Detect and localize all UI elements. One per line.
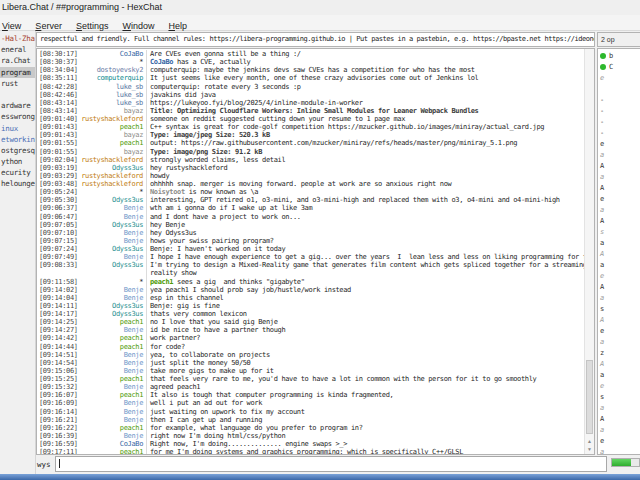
timestamp: [08:42:46] bbox=[37, 91, 79, 99]
user-list-item[interactable]: - bbox=[598, 116, 640, 127]
user-list-item[interactable]: e bbox=[598, 380, 640, 391]
user-list-item[interactable]: A bbox=[598, 413, 640, 424]
nick: Benje bbox=[79, 213, 143, 221]
channel-tab[interactable]: helounge bbox=[0, 178, 35, 189]
topic-bar[interactable]: respectful and friendly. Full channel ru… bbox=[36, 32, 595, 47]
user-name-fragment: A bbox=[600, 316, 604, 324]
user-list-item[interactable]: A bbox=[598, 182, 640, 193]
channel-tab[interactable]: eneral bbox=[0, 44, 35, 55]
scroll-down-icon[interactable]: ▼ bbox=[585, 445, 594, 453]
message-text: https://lukeyoo.fyi/blog/2025/4/inline-m… bbox=[146, 99, 585, 107]
user-list-item[interactable]: A bbox=[598, 215, 640, 226]
user-list-item[interactable]: a bbox=[598, 369, 640, 380]
user-list-item[interactable]: A bbox=[598, 281, 640, 292]
user-list-item[interactable]: s bbox=[598, 303, 640, 314]
user-list-item[interactable]: e bbox=[598, 270, 640, 281]
channel-tab[interactable]: ardware bbox=[0, 100, 35, 111]
user-list-item[interactable]: a bbox=[598, 292, 640, 303]
user-list-item[interactable]: A bbox=[598, 248, 640, 259]
user-list-item[interactable]: s bbox=[598, 226, 640, 237]
user-list-item[interactable]: s bbox=[598, 391, 640, 402]
timestamp: [08:43:14] bbox=[37, 99, 79, 107]
message-body: computerquip: rotate every 3 seconds :p bbox=[150, 83, 301, 91]
user-list-item[interactable]: e bbox=[598, 72, 640, 83]
channel-tab-label: rust bbox=[1, 79, 18, 88]
nick: rustyshackleford bbox=[79, 156, 143, 164]
message-body: take more gigs to make up for it bbox=[150, 367, 274, 375]
user-list-item[interactable]: a bbox=[598, 259, 640, 270]
action-nick: Noisytoot bbox=[150, 188, 185, 196]
channel-tab[interactable]: etworkin bbox=[0, 134, 35, 145]
channel-tab[interactable] bbox=[0, 89, 35, 100]
channel-tab[interactable]: rust bbox=[0, 78, 35, 89]
message-text: for code? bbox=[146, 343, 585, 351]
user-list-item[interactable]: a bbox=[598, 237, 640, 248]
timestamp: [09:05:30] bbox=[37, 196, 79, 204]
chat-message-row: [09:14:25] peach1 no I love that you sai… bbox=[37, 318, 585, 326]
user-list-item[interactable]: a bbox=[598, 336, 640, 347]
timestamp: [09:07:49] bbox=[37, 253, 79, 261]
user-name-fragment: A bbox=[600, 360, 604, 368]
timestamp: [09:01:43] bbox=[37, 131, 79, 139]
timestamp: [09:07:24] bbox=[37, 245, 79, 253]
chat-message-row: [09:14:02] Benje yea peach1 I should pro… bbox=[37, 286, 585, 294]
user-list-item[interactable]: C bbox=[598, 61, 640, 72]
chat-scrollbar[interactable]: ▲ ▼ bbox=[584, 49, 594, 454]
user-list-item[interactable] bbox=[598, 83, 640, 94]
user-list-item[interactable]: A bbox=[598, 314, 640, 325]
user-list-item[interactable]: e bbox=[598, 138, 640, 149]
chat-message-row: [09:14:27] Benje id be nice to have a pa… bbox=[37, 326, 585, 334]
text-caret bbox=[59, 459, 60, 468]
channel-tab[interactable]: -Hal-Zha bbox=[0, 33, 35, 44]
scrollbar-thumb[interactable] bbox=[586, 360, 593, 434]
user-list-item[interactable]: a bbox=[598, 402, 640, 413]
timestamp: [08:30:37] bbox=[37, 58, 79, 66]
user-list-item[interactable]: A bbox=[598, 358, 640, 369]
user-list-item[interactable]: - bbox=[598, 127, 640, 138]
message-text: that feels very rare to me, you'd have t… bbox=[146, 375, 585, 383]
user-list-item[interactable]: - bbox=[598, 94, 640, 105]
message-text: esp in this channel bbox=[146, 294, 585, 302]
user-list-item[interactable]: a bbox=[598, 424, 640, 435]
channel-tab[interactable]: ecurity bbox=[0, 167, 35, 178]
channel-tab[interactable]: ra.Chat bbox=[0, 55, 35, 66]
channel-tab[interactable]: ostgresq bbox=[0, 145, 35, 156]
user-list-item[interactable]: a bbox=[598, 171, 640, 182]
user-list-item[interactable]: b bbox=[598, 50, 640, 61]
message-body: that feels very rare to me, you'd have t… bbox=[150, 375, 536, 383]
channel-tab[interactable]: program bbox=[0, 67, 35, 78]
message-text: Noisytoot is now known as \a bbox=[146, 188, 585, 196]
message-body: interesting, GPT retired o1, o3-mini, an… bbox=[150, 196, 560, 204]
user-list-item[interactable]: - bbox=[598, 105, 640, 116]
timestamp: [08:35:11] bbox=[37, 74, 79, 82]
scroll-up-icon[interactable]: ▲ bbox=[585, 437, 594, 445]
nick: dostoyevsky2 bbox=[79, 66, 143, 74]
nick: Benje bbox=[79, 367, 143, 375]
user-list-item[interactable]: A bbox=[598, 160, 640, 171]
user-list-item[interactable]: a bbox=[598, 149, 640, 160]
user-list-item[interactable]: a bbox=[598, 446, 640, 455]
message-body: thats very common lexicon bbox=[150, 310, 247, 318]
user-list-item[interactable]: e bbox=[598, 325, 640, 336]
chat-message-row: [09:16:07] peach1 It also is tough that … bbox=[37, 391, 585, 399]
channel-tab[interactable]: ython bbox=[0, 156, 35, 167]
user-list-item[interactable]: e bbox=[598, 435, 640, 446]
chat-message-row: [09:14:54] Benje just split the money 50… bbox=[37, 359, 585, 367]
nick-button[interactable]: wys bbox=[37, 457, 51, 472]
timestamp: [09:14:17] bbox=[37, 310, 79, 318]
timestamp: [09:16:09] bbox=[37, 399, 79, 407]
user-list-item[interactable]: e bbox=[598, 193, 640, 204]
chat-message-row: [09:01:40] rustyshackleford someone on r… bbox=[37, 115, 585, 123]
user-name-fragment: e bbox=[600, 437, 604, 445]
channel-tab[interactable]: esswrong bbox=[0, 111, 35, 122]
user-list-item[interactable]: z bbox=[598, 347, 640, 358]
message-text: well i put an ad out for work bbox=[146, 399, 585, 407]
user-name-fragment: z bbox=[600, 349, 604, 357]
message-text: Right now, I'm doing.............. engin… bbox=[146, 440, 585, 448]
user-list-item[interactable]: a bbox=[598, 204, 640, 215]
channel-tab[interactable]: inux bbox=[0, 123, 35, 134]
timestamp: [09:14:27] bbox=[37, 326, 79, 334]
message-input[interactable] bbox=[55, 456, 607, 472]
user-name-fragment: A bbox=[600, 415, 604, 423]
timestamp: [08:43:14] bbox=[37, 107, 79, 115]
